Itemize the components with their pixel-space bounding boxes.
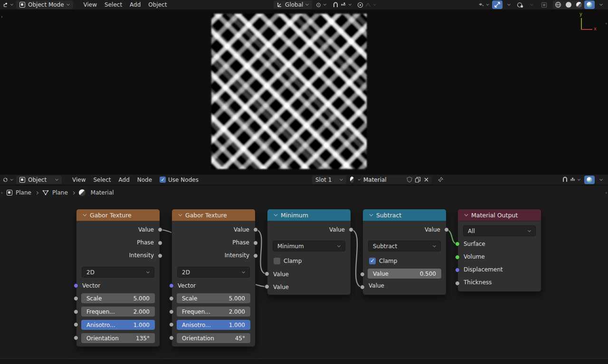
- socket-out-value[interactable]: [349, 227, 353, 232]
- frequency-slider[interactable]: Frequen... 2.000: [81, 307, 155, 317]
- editor-type-dropdown-shader[interactable]: [3, 176, 13, 184]
- material-browse-dropdown[interactable]: [350, 176, 361, 184]
- dimensions-dropdown[interactable]: 2D: [82, 267, 154, 278]
- node-header[interactable]: Material Output: [458, 209, 541, 221]
- socket-in-anisotropy[interactable]: [169, 322, 174, 327]
- menu-add[interactable]: Add: [126, 1, 144, 8]
- socket-in-anisotropy[interactable]: [74, 322, 78, 327]
- node-header[interactable]: Minimum: [267, 209, 351, 221]
- menu-object[interactable]: Object: [144, 1, 171, 8]
- socket-out-value[interactable]: [253, 227, 258, 232]
- mode-dropdown[interactable]: Object Mode: [16, 0, 73, 9]
- socket-in-value-2[interactable]: [360, 285, 365, 289]
- menu-node-shader[interactable]: Node: [133, 177, 156, 183]
- breadcrumb-mesh[interactable]: Plane: [52, 189, 68, 196]
- snap-toggle-button[interactable]: [330, 0, 341, 9]
- socket-in-scale[interactable]: [74, 296, 78, 301]
- shader-type-dropdown[interactable]: Object: [16, 176, 62, 184]
- collapse-chevron-icon[interactable]: [179, 212, 182, 216]
- falloff-dropdown[interactable]: [365, 0, 376, 9]
- unlink-close-icon[interactable]: [424, 177, 429, 182]
- collapse-chevron-icon[interactable]: [465, 212, 468, 216]
- use-nodes-toggle[interactable]: ✓ Use Nodes: [160, 177, 199, 183]
- overlays-toggle[interactable]: [515, 0, 525, 9]
- shading-material-button[interactable]: [574, 0, 584, 9]
- duplicate-icon[interactable]: [415, 177, 421, 183]
- breadcrumb-object[interactable]: Plane: [16, 189, 31, 196]
- anisotropy-slider[interactable]: Anisotro... 1.000: [177, 320, 250, 330]
- socket-in-thickness[interactable]: [455, 281, 460, 286]
- socket-in-orientation[interactable]: [169, 336, 174, 340]
- fake-user-shield-icon[interactable]: [407, 177, 412, 183]
- transform-orientation-dropdown[interactable]: Global: [274, 0, 312, 9]
- menu-select-shader[interactable]: Select: [89, 177, 114, 183]
- operation-dropdown[interactable]: Subtract: [368, 241, 441, 252]
- node-header[interactable]: Subtract: [363, 209, 446, 221]
- operation-dropdown[interactable]: Minimum: [273, 241, 345, 252]
- node-header[interactable]: Gabor Texture: [172, 209, 255, 221]
- frequency-slider[interactable]: Frequen... 2.000: [177, 307, 250, 317]
- target-dropdown[interactable]: All: [463, 225, 536, 236]
- socket-out-intensity[interactable]: [158, 253, 162, 258]
- proportional-editing-button[interactable]: [355, 0, 365, 9]
- socket-in-displacement[interactable]: [455, 268, 460, 272]
- material-name-field[interactable]: Material: [361, 176, 432, 184]
- socket-in-value-1[interactable]: [265, 271, 269, 276]
- collapse-chevron-icon[interactable]: [274, 212, 278, 216]
- clamp-checkbox[interactable]: Clamp: [267, 256, 351, 266]
- xray-toggle[interactable]: [539, 0, 549, 9]
- orientation-slider[interactable]: Orientation 45°: [177, 333, 250, 343]
- scale-slider[interactable]: Scale 5.000: [177, 293, 250, 303]
- snap-settings-dropdown[interactable]: [341, 0, 351, 9]
- slot-dropdown[interactable]: Slot 1: [312, 176, 346, 184]
- gizmos-dropdown[interactable]: [503, 0, 513, 9]
- node-material-output[interactable]: Material Output All Surface Volume Displ…: [457, 209, 542, 292]
- menu-select[interactable]: Select: [101, 1, 126, 8]
- axis-gizmo[interactable]: y x: [578, 13, 594, 32]
- node-math-subtract[interactable]: Subtract Value Subtract ✓ Clamp Value 0.…: [362, 209, 446, 295]
- menu-view[interactable]: View: [80, 1, 101, 8]
- node-editor-canvas[interactable]: › ‹ Plane Plane Material Gabor Texture V: [0, 186, 608, 358]
- pivot-point-button[interactable]: [316, 0, 326, 9]
- viewport-3d[interactable]: › y x ‹: [0, 10, 608, 175]
- node-gabor-texture-2[interactable]: Gabor Texture Value Phase Intensity 2D V…: [171, 209, 256, 347]
- menu-view-shader[interactable]: View: [68, 177, 89, 183]
- socket-in-frequency[interactable]: [169, 309, 174, 314]
- socket-in-scale[interactable]: [169, 296, 174, 301]
- menu-add-shader[interactable]: Add: [115, 177, 133, 183]
- orientation-slider[interactable]: Orientation 135°: [81, 333, 155, 343]
- editor-type-dropdown[interactable]: [3, 0, 13, 9]
- node-gabor-texture-1[interactable]: Gabor Texture Value Phase Intensity 2D V…: [76, 209, 160, 347]
- shading-rendered-button[interactable]: [584, 0, 595, 9]
- preview-shading-dropdown[interactable]: [595, 176, 605, 184]
- preview-shading-toggle[interactable]: [584, 176, 595, 184]
- collapse-chevron-icon[interactable]: [83, 212, 87, 216]
- anisotropy-slider[interactable]: Anisotro... 1.000: [81, 320, 155, 330]
- breadcrumb-material[interactable]: Material: [91, 189, 114, 196]
- socket-in-frequency[interactable]: [74, 309, 78, 314]
- gizmos-toggle[interactable]: [492, 0, 503, 9]
- node-math-minimum[interactable]: Minimum Value Minimum Clamp Value Value: [267, 209, 351, 295]
- pin-button[interactable]: [436, 176, 446, 184]
- socket-in-surface[interactable]: [455, 242, 460, 246]
- socket-in-vector[interactable]: [169, 283, 174, 288]
- visibility-dropdown[interactable]: [479, 0, 489, 9]
- socket-out-value[interactable]: [158, 227, 162, 232]
- shading-wireframe-button[interactable]: [553, 0, 563, 9]
- socket-out-phase[interactable]: [253, 241, 258, 245]
- value-slider[interactable]: Value 0.500: [368, 269, 441, 279]
- socket-out-phase[interactable]: [158, 241, 162, 245]
- dimensions-dropdown[interactable]: 2D: [177, 267, 250, 278]
- socket-in-volume[interactable]: [455, 255, 460, 260]
- collapse-chevron-icon[interactable]: [370, 212, 373, 216]
- node-header[interactable]: Gabor Texture: [76, 209, 160, 221]
- socket-in-orientation[interactable]: [74, 336, 78, 340]
- socket-in-value-2[interactable]: [265, 284, 269, 289]
- scale-slider[interactable]: Scale 5.000: [81, 293, 155, 303]
- toolbar-expand-arrow[interactable]: ›: [1, 14, 3, 19]
- node-snap-toggle[interactable]: [560, 176, 570, 184]
- node-snap-dropdown[interactable]: [570, 176, 580, 184]
- shading-solid-button[interactable]: [563, 0, 574, 9]
- shading-dropdown[interactable]: [595, 0, 605, 9]
- sidebar-expand-arrow[interactable]: ‹: [605, 21, 607, 26]
